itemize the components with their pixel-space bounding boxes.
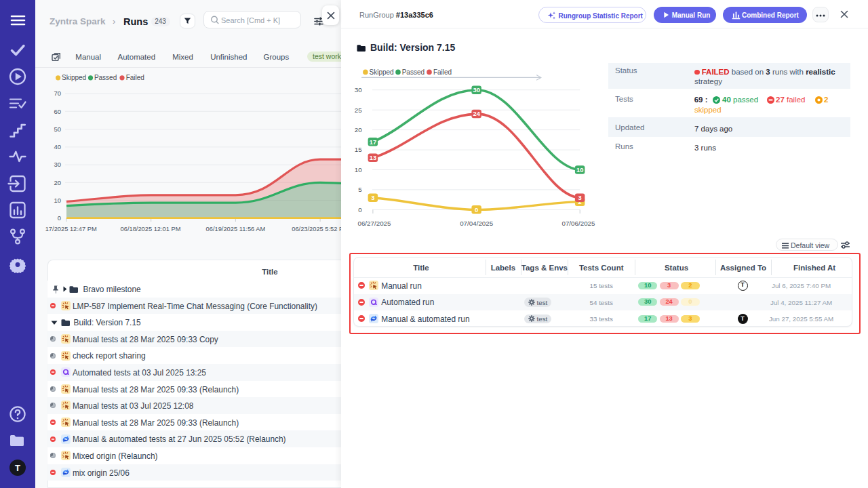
- svg-text:0: 0: [475, 207, 478, 214]
- svg-text:30: 30: [54, 161, 61, 168]
- svg-text:30: 30: [355, 86, 362, 94]
- svg-text:17: 17: [370, 139, 376, 146]
- svg-text:3: 3: [578, 195, 582, 201]
- svg-text:0: 0: [358, 206, 362, 214]
- svg-text:60: 60: [54, 108, 61, 115]
- svg-text:06/18/2025 12:01 PM: 06/18/2025 12:01 PM: [121, 226, 181, 232]
- svg-text:Passed: Passed: [94, 74, 117, 81]
- svg-text:70: 70: [54, 89, 61, 97]
- svg-text:5: 5: [358, 186, 362, 193]
- svg-text:20: 20: [54, 179, 61, 186]
- svg-text:17/2025 12:47 PM: 17/2025 12:47 PM: [45, 226, 97, 232]
- svg-text:06/23/2025 5:52 PM: 06/23/2025 5:52 PM: [292, 226, 341, 232]
- svg-text:Failed: Failed: [126, 74, 144, 81]
- svg-text:07/06/2025: 07/06/2025: [561, 220, 595, 227]
- svg-text:Failed: Failed: [433, 68, 452, 76]
- svg-text:06/27/2025: 06/27/2025: [357, 220, 391, 227]
- svg-text:Passed: Passed: [402, 68, 425, 76]
- svg-text:0: 0: [58, 214, 61, 222]
- svg-text:40: 40: [54, 143, 61, 150]
- svg-text:T: T: [15, 463, 20, 473]
- svg-text:24: 24: [473, 110, 481, 117]
- svg-text:Skipped: Skipped: [62, 74, 86, 81]
- svg-text:10: 10: [355, 166, 362, 174]
- svg-text:3: 3: [371, 195, 374, 201]
- svg-text:25: 25: [355, 106, 362, 114]
- svg-text:10: 10: [576, 167, 583, 174]
- svg-text:Skipped: Skipped: [370, 68, 394, 76]
- svg-text:30: 30: [473, 87, 480, 94]
- svg-text:06/19/2025 11:56 AM: 06/19/2025 11:56 AM: [206, 226, 266, 232]
- svg-text:07/04/2025: 07/04/2025: [460, 220, 494, 227]
- svg-text:15: 15: [355, 146, 362, 153]
- svg-text:10: 10: [54, 197, 61, 204]
- svg-text:20: 20: [355, 126, 362, 134]
- svg-text:50: 50: [54, 125, 61, 133]
- svg-text:13: 13: [370, 155, 376, 161]
